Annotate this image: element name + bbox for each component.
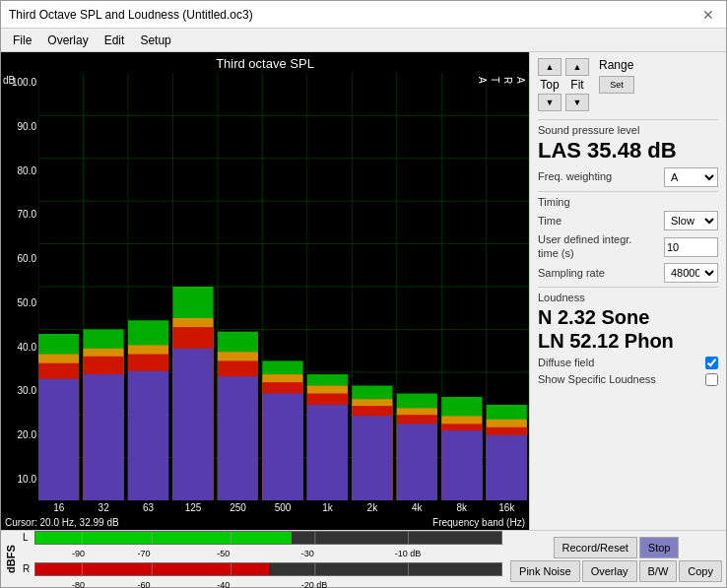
bw-button[interactable]: B/W [639, 560, 678, 582]
svg-rect-63 [441, 430, 482, 500]
x-label-250: 250 [216, 502, 260, 513]
freq-weighting-row: Freq. weighting A C Z [538, 167, 718, 187]
chart-container: 100.0 90.0 80.0 70.0 60.0 50.0 40.0 30.0… [1, 73, 529, 500]
y-label-80: 80.0 [18, 165, 36, 176]
tick-r-20: -20 dB [301, 580, 328, 589]
top-up-button[interactable]: ▲ [538, 58, 562, 76]
meter-row-r: R [23, 560, 502, 578]
timing-section: Timing Time Slow Fast Impulse User defin… [538, 191, 718, 282]
svg-rect-58 [218, 376, 258, 500]
x-axis: 16 32 63 125 250 500 1k 2k 4k 8k 16k [1, 500, 529, 515]
fit-nav-group: ▲ Fit ▼ [565, 58, 589, 111]
diffuse-field-row: Diffuse field [538, 357, 718, 369]
time-row: Time Slow Fast Impulse [538, 211, 718, 230]
menu-file[interactable]: File [5, 32, 39, 49]
y-label-90: 90.0 [18, 121, 36, 132]
show-specific-checkbox[interactable] [705, 373, 718, 386]
set-button[interactable]: Set [599, 76, 634, 94]
timing-section-label: Timing [538, 196, 718, 208]
time-label: Time [538, 215, 562, 227]
pink-noise-button[interactable]: Pink Noise [510, 560, 580, 582]
close-button[interactable]: ✕ [698, 5, 718, 25]
sampling-row: Sampling rate 44100 48000 96000 [538, 263, 718, 283]
meter-tick-labels-r: -80 -60 -40 -20 dB [34, 580, 502, 589]
tick-70: -70 [138, 549, 151, 558]
x-label-32: 32 [81, 502, 125, 513]
svg-rect-55 [83, 374, 123, 500]
tick-r-80: -80 [72, 580, 85, 589]
spl-section: Sound pressure level LAS 35.48 dB Freq. … [538, 119, 718, 187]
y-label-40: 40.0 [18, 342, 36, 353]
copy-button[interactable]: Copy [679, 560, 722, 582]
meter-track-r [34, 562, 502, 576]
tick-r-60: -60 [138, 580, 151, 589]
sampling-select[interactable]: 44100 48000 96000 [664, 263, 718, 283]
chart-plot: A R T A [38, 73, 529, 500]
freq-weighting-select[interactable]: A C Z [664, 167, 718, 187]
tick-r-40: -40 [217, 580, 230, 589]
meter-ticks-l [35, 532, 501, 544]
loudness-ln-value: LN 52.12 Phon [538, 329, 718, 353]
y-label-60: 60.0 [18, 253, 36, 264]
chart-area: Third octave SPL 100.0 90.0 80.0 70.0 60… [1, 52, 529, 530]
y-label-10: 10.0 [18, 474, 36, 485]
stop-button[interactable]: Stop [639, 537, 680, 558]
loudness-section: Loudness N 2.32 Sone LN 52.12 Phon Diffu… [538, 287, 718, 386]
top-nav-group: ▲ Top ▼ [538, 58, 562, 111]
y-label-db: dB [3, 75, 15, 86]
y-label-20: 20.0 [18, 429, 36, 440]
channel-l-label: L [23, 532, 33, 543]
svg-rect-61 [352, 416, 392, 500]
x-label-16: 16 [36, 502, 81, 513]
menu-setup[interactable]: Setup [132, 32, 178, 49]
x-label-2k: 2k [350, 502, 394, 513]
top-label: Top [540, 78, 559, 92]
svg-rect-60 [307, 405, 348, 500]
spl-section-label: Sound pressure level [538, 124, 718, 136]
loudness-n-value: N 2.32 Sone [538, 305, 718, 329]
fit-up-button[interactable]: ▲ [565, 58, 589, 76]
spl-value: LAS 35.48 dB [538, 138, 718, 163]
meter-tick-labels-l: -90 -70 -50 -30 -10 dB [34, 549, 502, 558]
bottom-action-buttons: Record/Reset Stop Pink Noise Overlay B/W… [510, 537, 722, 582]
show-specific-row: Show Specific Loudness [538, 373, 718, 386]
show-specific-label: Show Specific Loudness [538, 373, 656, 385]
main-window: Third Octave SPL and Loudness (Untitled.… [0, 0, 727, 588]
x-label-4k: 4k [395, 502, 439, 513]
y-label-100: 100.0 [12, 77, 36, 88]
menu-bar: File Overlay Edit Setup [1, 29, 726, 52]
top-down-button[interactable]: ▼ [538, 94, 562, 111]
tick-10: -10 dB [395, 549, 422, 558]
x-label-125: 125 [170, 502, 215, 513]
chart-title: Third octave SPL [1, 52, 529, 73]
overlay-button[interactable]: Overlay [582, 560, 637, 582]
x-label-8k: 8k [439, 502, 484, 513]
range-label: Range [599, 58, 633, 72]
svg-rect-54 [38, 379, 79, 500]
svg-rect-64 [487, 435, 527, 500]
time-select[interactable]: Slow Fast Impulse [664, 211, 718, 230]
menu-overlay[interactable]: Overlay [39, 32, 96, 49]
sampling-label: Sampling rate [538, 267, 605, 279]
meter-ticks-r [35, 563, 501, 575]
freq-weighting-label: Freq. weighting [538, 170, 612, 182]
tick-30: -30 [301, 549, 314, 558]
record-reset-button[interactable]: Record/Reset [554, 537, 637, 558]
nav-buttons-row: ▲ Top ▼ ▲ Fit ▼ Range Set [538, 58, 718, 111]
cursor-info: Cursor: 20.0 Hz, 32.99 dB [5, 517, 119, 528]
svg-rect-62 [397, 424, 437, 500]
window-title: Third Octave SPL and Loudness (Untitled.… [9, 8, 253, 22]
level-meter: L -90 -70 -50 -30 [23, 529, 502, 589]
range-set-group: Range Set [599, 58, 634, 111]
fit-down-button[interactable]: ▼ [565, 94, 589, 111]
menu-edit[interactable]: Edit [97, 32, 133, 49]
integr-row: User defined integr. time (s) [538, 233, 718, 259]
integr-input[interactable] [664, 237, 718, 257]
main-content: Third octave SPL 100.0 90.0 80.0 70.0 60… [1, 52, 726, 530]
right-panel: ▲ Top ▼ ▲ Fit ▼ Range Set Sound [529, 52, 726, 530]
meter-track-l [34, 531, 502, 545]
tick-90: -90 [72, 549, 85, 558]
y-label-50: 50.0 [18, 297, 36, 308]
svg-rect-57 [172, 349, 213, 500]
diffuse-field-checkbox[interactable] [705, 357, 718, 369]
